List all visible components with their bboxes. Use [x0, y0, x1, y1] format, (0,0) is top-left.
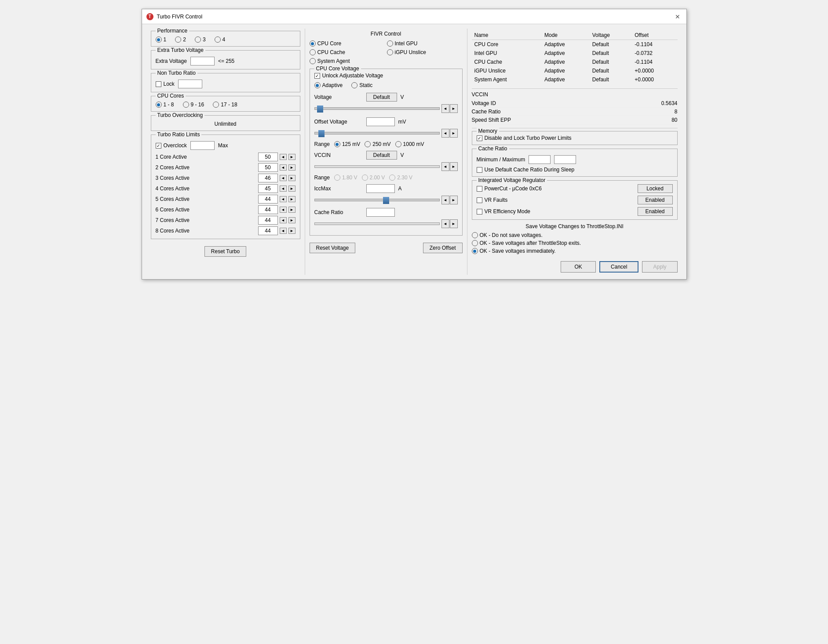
save-radio-no-save[interactable]: OK - Do not save voltages.	[472, 232, 678, 238]
speed-shift-value: 80	[671, 117, 677, 123]
cache-ratio-middle-input[interactable]	[366, 208, 395, 217]
range-1000mv[interactable]: 1000 mV	[395, 141, 424, 147]
lock-checkbox[interactable]: Lock	[156, 81, 175, 87]
core-inc-5[interactable]: ►	[288, 207, 295, 213]
core-input-3[interactable]	[258, 184, 278, 193]
core-dec-6[interactable]: ◄	[280, 217, 287, 223]
voltage-default-button[interactable]: Default	[366, 93, 397, 102]
vccin-label: VCCIN	[314, 152, 363, 158]
vccin-default-button[interactable]: Default	[366, 151, 397, 160]
range-250mv[interactable]: 250 mV	[365, 141, 390, 147]
vr-efficiency-checkbox[interactable]: VR Efficiency Mode	[477, 208, 634, 215]
reset-voltage-button[interactable]: Reset Voltage	[310, 243, 356, 253]
perf-radio-4[interactable]: 4	[215, 36, 226, 43]
core-dec-2[interactable]: ◄	[280, 175, 287, 181]
extra-voltage-input[interactable]: 0	[190, 57, 215, 65]
core-input-0[interactable]	[258, 153, 278, 161]
voltage-slider-thumb[interactable]	[317, 106, 323, 113]
fivr-radio-cpu-core[interactable]: CPU Core	[310, 40, 385, 47]
apply-button[interactable]: Apply	[642, 261, 677, 273]
vccin-range-2-30v[interactable]: 2.30 V	[389, 175, 412, 181]
powercut-button[interactable]: Locked	[638, 184, 673, 193]
row-cpu-cache-name: CPU Cache	[472, 58, 542, 66]
core-input-7[interactable]	[258, 226, 278, 235]
core-input-1[interactable]	[258, 163, 278, 172]
vr-faults-button[interactable]: Enabled	[638, 196, 673, 204]
use-default-cache-checkbox[interactable]: Use Default Cache Ratio During Sleep	[477, 167, 673, 173]
non-turbo-input[interactable]: 0	[178, 80, 202, 88]
offset-nav-right[interactable]: ►	[450, 129, 458, 138]
save-radio-on-exit[interactable]: OK - Save voltages after ThrottleStop ex…	[472, 240, 678, 246]
unlock-adjustable-checkbox[interactable]: Unlock Adjustable Voltage	[314, 73, 458, 79]
cache-ratio-nav-left[interactable]: ◄	[441, 219, 449, 228]
core-input-4[interactable]	[258, 195, 278, 204]
iccmax-nav-left[interactable]: ◄	[441, 196, 449, 204]
disable-lock-checkbox[interactable]: Disable and Lock Turbo Power Limits	[477, 135, 673, 141]
core-input-5[interactable]	[258, 205, 278, 214]
core-dec-4[interactable]: ◄	[280, 196, 287, 202]
vr-efficiency-button[interactable]: Enabled	[638, 207, 673, 216]
offset-nav-left[interactable]: ◄	[441, 129, 449, 138]
core-inc-7[interactable]: ►	[288, 228, 295, 234]
cores-radio-9-16[interactable]: 9 - 16	[183, 102, 204, 108]
iccmax-nav-right[interactable]: ►	[450, 196, 458, 204]
iccmax-input[interactable]: 140.00	[366, 184, 395, 193]
core-inc-2[interactable]: ►	[288, 175, 295, 181]
core-dec-3[interactable]: ◄	[280, 186, 287, 192]
vccin-range-1-80v[interactable]: 1.80 V	[334, 175, 357, 181]
range-125mv-label: 125 mV	[342, 141, 360, 147]
ok-button[interactable]: OK	[561, 261, 596, 273]
core-inc-1[interactable]: ►	[288, 164, 295, 171]
core-input-2[interactable]	[258, 174, 278, 182]
zero-offset-button[interactable]: Zero Offset	[423, 243, 463, 253]
perf-radio-2[interactable]: 2	[175, 36, 186, 43]
vccin-range-2-00v[interactable]: 2.00 V	[362, 175, 385, 181]
cache-min-input[interactable]: 8	[529, 155, 551, 164]
fivr-radio-system-agent[interactable]: System Agent	[310, 58, 385, 64]
core-dec-1[interactable]: ◄	[280, 164, 287, 171]
cpu-core-voltage-section: CPU Core Voltage Unlock Adjustable Volta…	[310, 69, 463, 236]
reset-turbo-button[interactable]: Reset Turbo	[204, 246, 246, 257]
vccin-nav-left[interactable]: ◄	[441, 162, 449, 171]
static-radio[interactable]: Static	[351, 82, 372, 88]
offset-voltage-input[interactable]: -110.4	[366, 117, 395, 126]
adaptive-radio[interactable]: Adaptive	[314, 82, 343, 88]
close-button[interactable]: ✕	[673, 12, 682, 21]
voltage-nav-right[interactable]: ►	[450, 104, 458, 113]
iccmax-slider-thumb[interactable]	[383, 197, 389, 204]
core-inc-0[interactable]: ►	[288, 154, 295, 160]
overclock-row: Overclock 80 Max	[156, 141, 295, 150]
cache-max-input[interactable]: 43	[554, 155, 576, 164]
overclock-input[interactable]: 80	[190, 141, 215, 150]
left-panel: Performance 1 2 3	[146, 29, 305, 275]
powercut-checkbox[interactable]: PowerCut - µCode 0xC6	[477, 186, 634, 192]
offset-slider-thumb[interactable]	[318, 130, 325, 137]
core-dec-5[interactable]: ◄	[280, 207, 287, 213]
fivr-radio-intel-gpu[interactable]: Intel GPU	[387, 40, 463, 47]
overclock-checkbox[interactable]: Overclock	[156, 142, 187, 149]
save-radio-immediately[interactable]: OK - Save voltages immediately.	[472, 248, 678, 254]
fivr-radio-igpu-unslice[interactable]: iGPU Unslice	[387, 49, 463, 55]
cores-radio-17-18[interactable]: 17 - 18	[213, 102, 237, 108]
core-dec-0[interactable]: ◄	[280, 154, 287, 160]
range-125mv[interactable]: 125 mV	[334, 141, 360, 147]
core-inc-6[interactable]: ►	[288, 217, 295, 223]
vr-faults-checkbox[interactable]: VR Faults	[477, 197, 634, 203]
cores-radio-1-8-circle	[156, 102, 162, 108]
vccin-nav-right[interactable]: ►	[450, 162, 458, 171]
core-inc-4[interactable]: ►	[288, 196, 295, 202]
perf-radio-1[interactable]: 1	[156, 36, 167, 43]
core-label-4: 5 Cores Active	[156, 196, 204, 202]
extra-turbo-section: Extra Turbo Voltage Extra Voltage 0 <= 2…	[151, 50, 300, 69]
cores-radio-1-8[interactable]: 1 - 8	[156, 102, 174, 108]
core-inc-3[interactable]: ►	[288, 186, 295, 192]
core-input-6[interactable]	[258, 216, 278, 225]
cancel-button[interactable]: Cancel	[599, 261, 638, 273]
perf-radio-3[interactable]: 3	[195, 36, 206, 43]
fivr-radio-cpu-cache[interactable]: CPU Cache	[310, 49, 385, 55]
perf-radio-2-circle	[175, 36, 181, 43]
cache-ratio-nav-right[interactable]: ►	[450, 219, 458, 228]
voltage-nav-left[interactable]: ◄	[441, 104, 449, 113]
speed-shift-label: Speed Shift EPP	[472, 117, 511, 123]
core-dec-7[interactable]: ◄	[280, 228, 287, 234]
